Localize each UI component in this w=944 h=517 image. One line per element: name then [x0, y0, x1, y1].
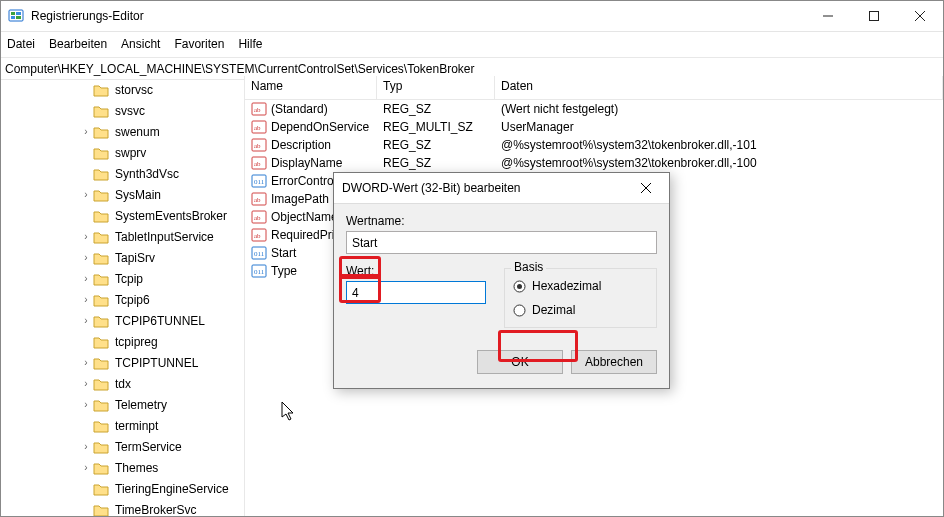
menu-view[interactable]: Ansicht	[121, 37, 160, 51]
value-icon: ab	[251, 155, 267, 171]
chevron-right-icon[interactable]	[79, 503, 93, 517]
list-row[interactable]: abDescriptionREG_SZ@%systemroot%\system3…	[245, 136, 943, 154]
list-header: Name Typ Daten	[245, 76, 943, 100]
svg-rect-1	[11, 12, 15, 15]
tree-scroll[interactable]: storvscsvsvc›swenumswprvSynth3dVsc›SysMa…	[1, 76, 244, 516]
folder-icon	[93, 104, 109, 118]
value-type: REG_SZ	[377, 102, 495, 116]
minimize-button[interactable]	[805, 1, 851, 31]
tree-item-timebrokersvc[interactable]: TimeBrokerSvc	[1, 499, 244, 516]
tree-pane: storvscsvsvc›swenumswprvSynth3dVsc›SysMa…	[1, 76, 245, 516]
chevron-right-icon[interactable]: ›	[79, 125, 93, 139]
tree-item-themes[interactable]: ›Themes	[1, 457, 244, 478]
tree-item-systemeventsbroker[interactable]: SystemEventsBroker	[1, 205, 244, 226]
svg-rect-6	[870, 12, 879, 21]
chevron-right-icon[interactable]: ›	[79, 230, 93, 244]
tree-item-tcpiptunnel[interactable]: ›TCPIPTUNNEL	[1, 352, 244, 373]
chevron-right-icon[interactable]	[79, 209, 93, 223]
tree-item-tcpip6tunnel[interactable]: ›TCPIP6TUNNEL	[1, 310, 244, 331]
chevron-right-icon[interactable]: ›	[79, 440, 93, 454]
tree-item-label: storvsc	[113, 82, 155, 98]
chevron-right-icon[interactable]	[79, 104, 93, 118]
chevron-right-icon[interactable]: ›	[79, 461, 93, 475]
chevron-right-icon[interactable]: ›	[79, 314, 93, 328]
folder-icon	[93, 167, 109, 181]
menu-fav[interactable]: Favoriten	[174, 37, 224, 51]
tree-item-synth3dvsc[interactable]: Synth3dVsc	[1, 163, 244, 184]
tree-item-swprv[interactable]: swprv	[1, 142, 244, 163]
tree-item-sysmain[interactable]: ›SysMain	[1, 184, 244, 205]
chevron-right-icon[interactable]	[79, 167, 93, 181]
value-name: DependOnService	[271, 120, 369, 134]
list-row[interactable]: abDisplayNameREG_SZ@%systemroot%\system3…	[245, 154, 943, 172]
cancel-button[interactable]: Abbrechen	[571, 350, 657, 374]
tree-item-tcpipreg[interactable]: tcpipreg	[1, 331, 244, 352]
tree-item-storvsc[interactable]: storvsc	[1, 79, 244, 100]
menubar: Datei Bearbeiten Ansicht Favoriten Hilfe	[1, 32, 943, 57]
wert-input[interactable]	[346, 281, 486, 304]
tree-item-tcpip6[interactable]: ›Tcpip6	[1, 289, 244, 310]
folder-icon	[93, 335, 109, 349]
folder-icon	[93, 377, 109, 391]
folder-icon	[93, 314, 109, 328]
folder-icon	[93, 503, 109, 517]
tree-item-telemetry[interactable]: ›Telemetry	[1, 394, 244, 415]
chevron-right-icon[interactable]: ›	[79, 188, 93, 202]
chevron-right-icon[interactable]: ›	[79, 293, 93, 307]
tree-item-label: svsvc	[113, 103, 147, 119]
svg-point-32	[517, 284, 522, 289]
radio-hex[interactable]: Hexadezimal	[513, 277, 648, 295]
menu-edit[interactable]: Bearbeiten	[49, 37, 107, 51]
col-name[interactable]: Name	[245, 76, 377, 99]
chevron-right-icon[interactable]	[79, 419, 93, 433]
value-name: ErrorControl	[271, 174, 336, 188]
address-input[interactable]	[1, 60, 943, 78]
chevron-right-icon[interactable]: ›	[79, 251, 93, 265]
close-button[interactable]	[897, 1, 943, 31]
col-data[interactable]: Daten	[495, 76, 943, 99]
dialog-titlebar: DWORD-Wert (32-Bit) bearbeiten	[334, 173, 669, 204]
chevron-right-icon[interactable]: ›	[79, 398, 93, 412]
chevron-right-icon[interactable]	[79, 335, 93, 349]
titlebar: Registrierungs-Editor	[1, 1, 943, 32]
chevron-right-icon[interactable]	[79, 146, 93, 160]
chevron-right-icon[interactable]	[79, 482, 93, 496]
col-type[interactable]: Typ	[377, 76, 495, 99]
tree-item-label: TermService	[113, 439, 184, 455]
chevron-right-icon[interactable]: ›	[79, 377, 93, 391]
dialog-close-button[interactable]	[631, 173, 661, 203]
svg-text:011: 011	[254, 250, 265, 258]
value-name: Description	[271, 138, 331, 152]
folder-icon	[93, 419, 109, 433]
value-type: REG_MULTI_SZ	[377, 120, 495, 134]
tree-item-label: terminpt	[113, 418, 160, 434]
chevron-right-icon[interactable]	[79, 83, 93, 97]
svg-text:ab: ab	[254, 124, 261, 132]
tree-item-label: SystemEventsBroker	[113, 208, 229, 224]
chevron-right-icon[interactable]: ›	[79, 272, 93, 286]
tree-item-svsvc[interactable]: svsvc	[1, 100, 244, 121]
menu-help[interactable]: Hilfe	[238, 37, 262, 51]
tree-item-tdx[interactable]: ›tdx	[1, 373, 244, 394]
list-row[interactable]: abDependOnServiceREG_MULTI_SZUserManager	[245, 118, 943, 136]
tree-item-tabletinputservice[interactable]: ›TabletInputService	[1, 226, 244, 247]
list-row[interactable]: ab(Standard)REG_SZ(Wert nicht festgelegt…	[245, 100, 943, 118]
tree-item-tieringengineservice[interactable]: TieringEngineService	[1, 478, 244, 499]
tree-item-terminpt[interactable]: terminpt	[1, 415, 244, 436]
tree-item-label: swenum	[113, 124, 162, 140]
chevron-right-icon[interactable]: ›	[79, 356, 93, 370]
svg-text:ab: ab	[254, 142, 261, 150]
maximize-button[interactable]	[851, 1, 897, 31]
folder-icon	[93, 209, 109, 223]
ok-button[interactable]: OK	[477, 350, 563, 374]
radio-dec[interactable]: Dezimal	[513, 301, 648, 319]
menu-file[interactable]: Datei	[7, 37, 35, 51]
tree-item-swenum[interactable]: ›swenum	[1, 121, 244, 142]
tree-item-tapisrv[interactable]: ›TapiSrv	[1, 247, 244, 268]
value-data: UserManager	[495, 120, 943, 134]
tree-item-tcpip[interactable]: ›Tcpip	[1, 268, 244, 289]
value-icon: 011	[251, 245, 267, 261]
tree-item-termservice[interactable]: ›TermService	[1, 436, 244, 457]
tree-item-label: Tcpip	[113, 271, 145, 287]
wertname-input[interactable]	[346, 231, 657, 254]
